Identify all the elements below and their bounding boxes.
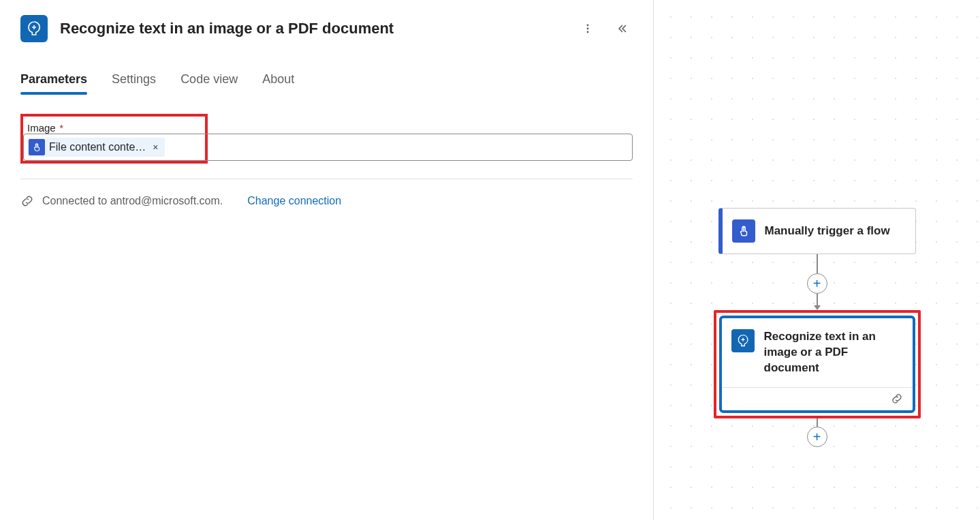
connector-line — [817, 294, 818, 306]
action-node-highlight: Recognize text in an image or a PDF docu… — [714, 310, 921, 418]
divider — [20, 179, 633, 179]
parameters-form: Image * File content conte… × — [0, 93, 653, 164]
svg-point-0 — [587, 25, 589, 27]
image-field-highlight: Image * File content conte… × — [20, 114, 208, 164]
panel-tabs: Parameters Settings Code view About — [0, 49, 653, 93]
tab-parameters[interactable]: Parameters — [20, 72, 87, 93]
tab-settings[interactable]: Settings — [112, 72, 156, 93]
link-icon — [20, 194, 34, 208]
svg-point-1 — [587, 28, 589, 30]
token-label: File content conte… — [49, 141, 146, 153]
link-icon — [891, 393, 903, 405]
action-node-title: Recognize text in an image or a PDF docu… — [764, 329, 903, 376]
image-field-label: Image — [27, 122, 56, 134]
connection-row: Connected to antrod@microsoft.com. Chang… — [0, 194, 653, 208]
ai-builder-icon — [20, 15, 48, 42]
dynamic-content-token[interactable]: File content conte… × — [27, 138, 165, 157]
add-step-button[interactable]: + — [807, 273, 827, 294]
touch-icon — [29, 139, 45, 155]
required-indicator: * — [60, 123, 63, 134]
more-options-button[interactable] — [577, 18, 599, 40]
tab-code-view[interactable]: Code view — [180, 72, 238, 93]
touch-icon — [732, 219, 755, 243]
action-node[interactable]: Recognize text in an image or a PDF docu… — [719, 316, 915, 413]
flow-canvas[interactable]: Manually trigger a flow + Recognize text… — [654, 0, 980, 520]
token-remove-button[interactable]: × — [150, 142, 161, 153]
add-step-button[interactable]: + — [807, 427, 827, 447]
trigger-node[interactable]: Manually trigger a flow — [718, 208, 916, 254]
connector-line — [817, 418, 818, 427]
arrow-down-icon — [814, 305, 821, 310]
panel-title: Recognize text in an image or a PDF docu… — [60, 20, 565, 37]
action-config-panel: Recognize text in an image or a PDF docu… — [0, 0, 654, 520]
trigger-node-title: Manually trigger a flow — [765, 224, 890, 239]
svg-point-2 — [587, 31, 589, 33]
collapse-panel-button[interactable] — [611, 18, 633, 40]
change-connection-link[interactable]: Change connection — [247, 195, 341, 207]
connection-text: Connected to antrod@microsoft.com. — [42, 195, 223, 207]
action-node-footer — [722, 387, 913, 410]
tab-about[interactable]: About — [262, 72, 294, 93]
flow-graph: Manually trigger a flow + Recognize text… — [712, 208, 923, 447]
ai-builder-icon — [731, 329, 755, 352]
connector-line — [817, 254, 818, 273]
panel-header: Recognize text in an image or a PDF docu… — [0, 0, 653, 49]
image-input[interactable]: File content conte… × — [27, 138, 197, 157]
